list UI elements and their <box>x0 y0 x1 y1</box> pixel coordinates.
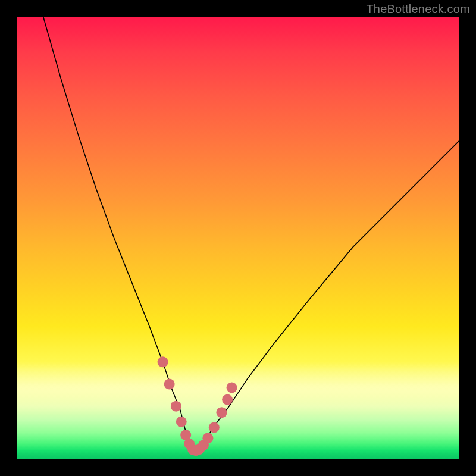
marker-dot <box>176 416 187 427</box>
marker-dot <box>164 379 175 390</box>
marker-dot <box>202 433 213 443</box>
marker-dot <box>158 356 168 367</box>
marker-trough <box>158 356 237 456</box>
watermark-text: TheBottleneck.com <box>366 2 470 16</box>
plot-area <box>17 17 459 459</box>
marker-dot <box>171 401 181 412</box>
marker-dot <box>216 407 227 418</box>
curve-layer <box>17 17 459 459</box>
marker-dot <box>209 422 220 433</box>
bottleneck-curve <box>43 17 459 450</box>
marker-dot <box>222 394 233 405</box>
marker-dot <box>227 382 237 393</box>
curve-path <box>43 17 459 450</box>
chart-stage: TheBottleneck.com <box>0 0 476 476</box>
